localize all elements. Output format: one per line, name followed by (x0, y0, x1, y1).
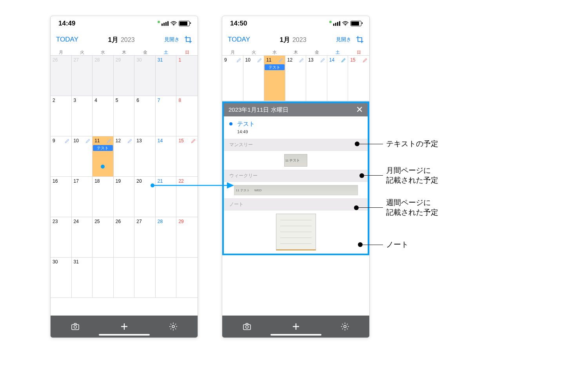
day-number: 14 (329, 57, 334, 63)
weekly-thumbnail-area[interactable]: 11 テストWED (224, 182, 368, 198)
calendar-day-cell[interactable]: 30 (51, 258, 72, 298)
month-year-label[interactable]: 1月2023 (250, 35, 336, 44)
calendar-day-cell[interactable]: 27 (72, 56, 93, 96)
event-chip[interactable]: テスト (93, 145, 113, 151)
camera-icon[interactable] (242, 322, 252, 331)
calendar-day-cell[interactable]: 4 (93, 96, 114, 136)
calendar-day-cell[interactable]: 13 (134, 136, 156, 177)
calendar-day-cell[interactable] (156, 258, 177, 298)
day-number: 1 (178, 57, 181, 63)
camera-icon[interactable] (71, 322, 80, 331)
spread-view-button[interactable]: 見開き (336, 36, 351, 43)
calendar-day-cell[interactable]: 7 (156, 96, 177, 136)
day-number: 15 (178, 138, 183, 143)
calendar-day-cell[interactable]: 14 (156, 136, 177, 177)
calendar-day-cell[interactable]: 8 (176, 96, 198, 136)
weekly-thumbnail[interactable]: 11 テストWED (234, 185, 358, 195)
day-number: 26 (116, 219, 121, 224)
settings-icon[interactable] (169, 322, 178, 331)
monthly-thumbnail[interactable]: 11テスト (284, 154, 307, 167)
svg-point-0 (173, 25, 174, 25)
crop-icon[interactable] (184, 36, 192, 44)
panel-header: 2023年1月11日 水曜日 ✕ (224, 103, 368, 116)
calendar-day-cell[interactable] (176, 258, 198, 298)
calendar-day-cell[interactable] (93, 258, 114, 298)
calendar-day-cell[interactable]: 16 (51, 177, 72, 217)
calendar-day-cell[interactable]: 15 (176, 136, 198, 177)
monthly-thumbnail-area[interactable]: 11テスト (224, 151, 368, 170)
callout-dot-icon (359, 173, 364, 178)
settings-icon[interactable] (340, 322, 350, 331)
add-icon[interactable] (291, 322, 301, 331)
day-number: 8 (178, 98, 181, 103)
calendar-day-cell[interactable]: 3 (72, 96, 93, 136)
status-time: 14:49 (58, 20, 75, 27)
text-event-row[interactable]: テスト 14:49 (224, 116, 368, 139)
day-number: 30 (53, 259, 58, 265)
calendar-day-cell[interactable]: 14 (327, 56, 348, 101)
calendar-day-cell[interactable]: 29 (114, 56, 135, 96)
today-button[interactable]: TODAY (228, 36, 250, 44)
calendar-day-cell[interactable]: 9 (51, 136, 72, 177)
calendar-day-cell[interactable]: 13 (306, 56, 327, 101)
calendar-day-cell[interactable]: 2 (51, 96, 72, 136)
today-button[interactable]: TODAY (56, 36, 78, 44)
calendar-day-cell[interactable]: 24 (72, 217, 93, 258)
calendar-day-cell[interactable]: 15 (348, 56, 369, 101)
calendar-day-cell[interactable]: 12 (285, 56, 307, 101)
battery-icon (350, 21, 361, 26)
section-note: ノート (224, 198, 368, 211)
month-year-label[interactable]: 1月2023 (78, 35, 164, 44)
day-number: 15 (350, 57, 355, 63)
spread-view-button[interactable]: 見開き (164, 36, 180, 43)
status-time: 14:50 (230, 20, 247, 27)
home-indicator[interactable] (99, 334, 150, 336)
home-indicator[interactable] (270, 334, 321, 336)
calendar-day-cell[interactable] (134, 258, 156, 298)
event-chip[interactable]: テスト (265, 64, 285, 70)
note-thumbnail[interactable] (276, 214, 316, 250)
calendar-day-cell[interactable]: 6 (134, 96, 156, 136)
calendar-day-cell[interactable]: 10 (72, 136, 93, 177)
callout-note: ノート (386, 240, 408, 250)
calendar-day-cell[interactable]: 18 (93, 177, 114, 217)
calendar-day-cell[interactable]: 17 (72, 177, 93, 217)
calendar-day-cell[interactable]: 23 (51, 217, 72, 258)
calendar-day-cell[interactable]: 19 (114, 177, 135, 217)
calendar-day-cell[interactable]: 10 (243, 56, 265, 101)
calendar-day-cell[interactable]: 9 (222, 56, 243, 101)
crop-icon[interactable] (356, 36, 364, 44)
svg-point-4 (345, 25, 346, 25)
calendar-day-cell[interactable]: 1 (176, 56, 198, 96)
signal-icon (162, 21, 169, 26)
calendar-day-cell[interactable]: 31 (72, 258, 93, 298)
calendar-day-cell[interactable]: 31 (156, 56, 177, 96)
calendar-day-cell[interactable]: 26 (51, 56, 72, 96)
bottom-toolbar (222, 316, 369, 338)
calendar-day-cell[interactable]: 5 (114, 96, 135, 136)
close-icon[interactable]: ✕ (356, 105, 363, 115)
day-number: 13 (136, 138, 142, 143)
calendar-day-cell[interactable]: 28 (93, 56, 114, 96)
month-grid[interactable]: 2627282930311234567891011テスト121314151617… (51, 55, 198, 298)
calendar-header: TODAY 1月2023 見開き (222, 31, 369, 48)
panel-date-title: 2023年1月11日 水曜日 (229, 106, 289, 114)
calendar-day-cell[interactable]: 26 (114, 217, 135, 258)
callout-dot-icon (355, 142, 359, 146)
calendar-day-cell[interactable] (114, 258, 135, 298)
calendar-day-cell[interactable]: 28 (156, 217, 177, 258)
svg-point-7 (344, 325, 346, 328)
calendar-day-cell[interactable]: 25 (93, 217, 114, 258)
calendar-day-cell[interactable]: 29 (176, 217, 198, 258)
calendar-day-cell[interactable]: 11テスト (264, 56, 285, 101)
note-thumbnail-area[interactable] (224, 211, 368, 254)
event-title: テスト (237, 120, 255, 128)
week-strip[interactable]: 91011テスト12131415 (222, 55, 369, 102)
day-number: 31 (158, 57, 163, 63)
calendar-day-cell[interactable]: 27 (134, 217, 156, 258)
calendar-day-cell[interactable]: 30 (134, 56, 156, 96)
calendar-day-cell[interactable]: 11テスト (93, 136, 114, 177)
add-icon[interactable] (120, 322, 129, 331)
calendar-day-cell[interactable]: 12 (114, 136, 135, 177)
callout-weekly-page: 週間ページに記載された予定 (386, 198, 438, 217)
